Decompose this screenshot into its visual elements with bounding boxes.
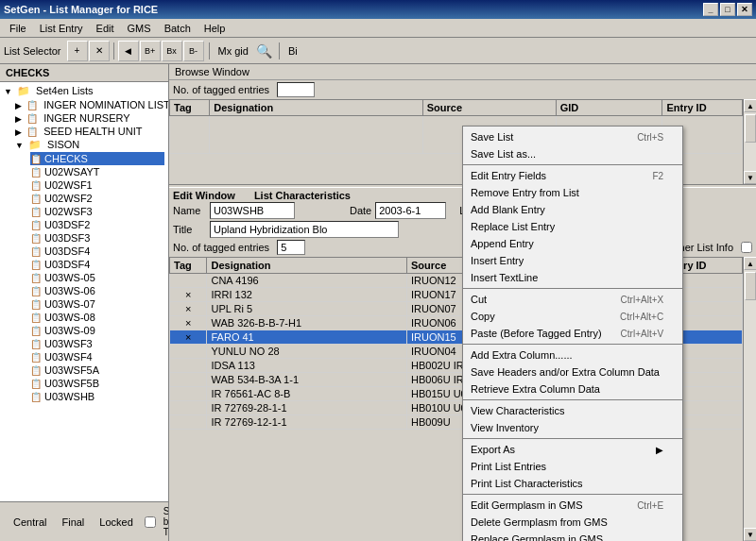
designation-cell: YUNLU NO 28 [207, 345, 407, 359]
sidebar-item-u03ws07[interactable]: 📋U03WS-07 [30, 297, 164, 311]
upper-scroll-down[interactable]: ▼ [744, 171, 756, 184]
designation-cell: WAB 326-B-B-7-H1 [207, 316, 407, 330]
title-bar-buttons[interactable]: _ □ ✕ [703, 3, 752, 16]
context-menu-item[interactable]: CopyCtrl+Alt+C [463, 308, 682, 325]
sidebar-item-checks[interactable]: 📋CHECKS [30, 152, 164, 165]
context-menu-shortcut: Ctrl+S [637, 132, 663, 143]
title-field-input[interactable] [210, 221, 399, 238]
sidebar-item-inger-nursery[interactable]: ▶ 📋 INGER NURSERY [15, 111, 164, 125]
lower-scrollbar[interactable]: ▲ ▼ [743, 257, 756, 541]
content-area: Browse Window No. of tagged entries Tag … [169, 64, 756, 541]
sidebar-item-u03wsf4[interactable]: 📋U03WSF4 [30, 350, 164, 363]
title-field-label: Title [173, 224, 206, 235]
context-menu-item-label: Delete Germplasm from GMS [471, 516, 608, 528]
context-menu-item[interactable]: Retrieve Extra Column Data [463, 380, 682, 397]
other-list-info-checkbox[interactable] [741, 242, 752, 253]
context-menu-item[interactable]: Save Headers and/or Extra Column Data [463, 363, 682, 380]
sidebar-item-u02wsf3[interactable]: 📋U02WSF3 [30, 205, 164, 218]
menu-gms[interactable]: GMS [122, 21, 157, 36]
context-menu-item[interactable]: View Inventory [463, 419, 682, 436]
bminus-button[interactable]: B- [183, 41, 204, 61]
context-menu-item[interactable]: Print List Characteristics [463, 475, 682, 492]
tag-cell [170, 359, 207, 373]
upper-tagged-label: No. of tagged entries [173, 84, 269, 95]
menu-batch[interactable]: Batch [159, 21, 197, 36]
toolbar-icon-area: + ✕ ◀ B+ Bx B- [67, 41, 204, 61]
maximize-button[interactable]: □ [720, 3, 735, 16]
context-menu-item[interactable]: Edit Entry FieldsF2 [463, 167, 682, 184]
tree-sison-children: 📋CHECKS 📋U02WSAYT 📋U02WSF1 📋U02WSF2 📋U02… [15, 152, 164, 403]
lower-scroll-thumb[interactable] [745, 272, 756, 300]
sidebar-item-u03dsf2[interactable]: 📋U03DSF2 [30, 218, 164, 231]
context-menu-item-label: Retrieve Extra Column Data [471, 383, 600, 395]
context-menu-item[interactable]: Replace List Entry [463, 218, 682, 235]
context-menu-item[interactable]: Insert TextLine [463, 269, 682, 286]
context-menu-item[interactable]: Remove Entry from List [463, 184, 682, 201]
context-menu-item-label: View Inventory [471, 422, 539, 433]
context-menu-item[interactable]: CutCtrl+Alt+X [463, 291, 682, 308]
name-field-label: Name [173, 205, 206, 216]
menu-file[interactable]: File [4, 21, 32, 36]
tag-cell [170, 387, 207, 401]
context-menu-separator [463, 494, 682, 495]
date-field-input[interactable] [375, 202, 446, 219]
context-menu-item-label: Export As [471, 444, 515, 455]
menu-list-entry[interactable]: List Entry [34, 21, 89, 36]
sidebar-item-u03dsf3[interactable]: 📋U03DSF3 [30, 231, 164, 245]
sidebar-item-u03ws05[interactable]: 📋U03WS-05 [30, 271, 164, 284]
sidebar-item-u03wsf5a[interactable]: 📋U03WSF5A [30, 363, 164, 377]
bplus-button[interactable]: B+ [140, 41, 161, 61]
lower-scroll-up[interactable]: ▲ [744, 257, 756, 270]
minimize-button[interactable]: _ [703, 3, 718, 16]
list-selector-label: List Selector [4, 45, 61, 57]
menu-bar: File List Entry Edit GMS Batch Help [0, 19, 756, 38]
upper-scrollbar[interactable]: ▲ ▼ [743, 99, 756, 184]
close-button[interactable]: ✕ [737, 3, 752, 16]
context-menu-item[interactable]: Add Blank Entry [463, 201, 682, 218]
lower-scroll-down[interactable]: ▼ [744, 528, 756, 541]
tag-cell [170, 415, 207, 430]
context-menu-item[interactable]: View Characteristics [463, 402, 682, 419]
sort-by-type-checkbox[interactable] [145, 516, 156, 528]
sidebar-item-u03wshb[interactable]: 📋U03WSHB [30, 390, 164, 403]
context-menu-item[interactable]: Edit Germplasm in GMSCtrl+E [463, 497, 682, 514]
sidebar-item-u03dsf4b[interactable]: 📋U03DSF4 [30, 258, 164, 271]
context-menu-item-label: Save List as... [471, 148, 536, 160]
sidebar-item-sison[interactable]: ▼ 📁 SISON [15, 138, 164, 152]
sidebar-item-u02wsf1[interactable]: 📋U02WSF1 [30, 178, 164, 192]
context-menu-item[interactable]: Delete Germplasm from GMS [463, 514, 682, 531]
context-menu-item[interactable]: Append Entry [463, 235, 682, 252]
context-menu-item[interactable]: Save ListCtrl+S [463, 128, 682, 145]
upper-scroll-up[interactable]: ▲ [744, 99, 756, 112]
context-menu-item[interactable]: Insert Entry [463, 252, 682, 269]
add-button[interactable]: + [67, 41, 88, 61]
sidebar-item-u03dsf4a[interactable]: 📋U03DSF4 [30, 245, 164, 258]
sidebar-item-u03wsf3[interactable]: 📋U03WSF3 [30, 337, 164, 350]
b-left-button[interactable]: ◀ [118, 41, 139, 61]
context-menu-item[interactable]: Add Extra Column...... [463, 347, 682, 363]
delete-button[interactable]: ✕ [89, 41, 110, 61]
bx-button[interactable]: Bx [162, 41, 182, 61]
menu-help[interactable]: Help [198, 21, 232, 36]
menu-edit[interactable]: Edit [91, 21, 120, 36]
sidebar-item-inger-nom[interactable]: ▶ 📋 INGER NOMINATION LIST [15, 98, 164, 111]
context-menu-item[interactable]: Export As▶ [463, 441, 682, 458]
sidebar-item-u03ws08[interactable]: 📋U03WS-08 [30, 311, 164, 324]
sidebar-item-u03ws09[interactable]: 📋U03WS-09 [30, 324, 164, 337]
toolbar-sep-1 [113, 42, 114, 59]
designation-cell: CNA 4196 [207, 274, 407, 288]
context-menu-item[interactable]: Replace Germplasm in GMS [463, 531, 682, 541]
context-menu-item[interactable]: Print List Entries [463, 458, 682, 475]
sidebar-item-u03wsf5b[interactable]: 📋U03WSF5B [30, 377, 164, 390]
context-menu-item[interactable]: Paste (Before Tagged Entry)Ctrl+Alt+V [463, 325, 682, 342]
tree-set4en-root[interactable]: ▼ 📁 Set4en Lists [4, 84, 164, 98]
sidebar-item-u02wsayt[interactable]: 📋U02WSAYT [30, 165, 164, 178]
designation-cell: IR 76561-AC 8-B [207, 387, 407, 401]
upper-scroll-thumb[interactable] [745, 114, 756, 143]
sidebar-item-seed-health[interactable]: ▶ 📋 SEED HEALTH UNIT [15, 125, 164, 138]
context-menu-separator [463, 438, 682, 439]
sidebar-item-u02wsf2[interactable]: 📋U02WSF2 [30, 192, 164, 205]
context-menu-item[interactable]: Save List as... [463, 145, 682, 162]
name-field-input[interactable] [210, 202, 295, 219]
sidebar-item-u03ws06[interactable]: 📋U03WS-06 [30, 284, 164, 297]
